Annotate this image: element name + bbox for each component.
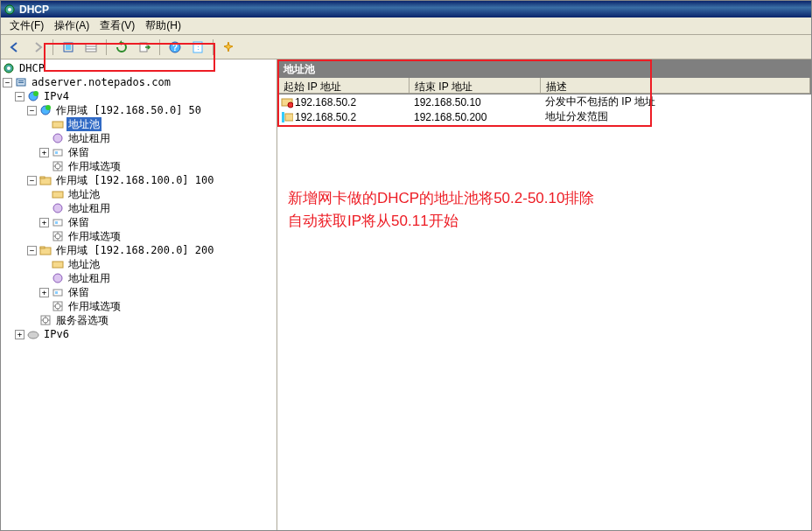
collapse-icon[interactable]: − <box>27 246 37 255</box>
menu-file[interactable]: 文件(F) <box>4 17 49 35</box>
collapse-icon[interactable]: − <box>15 92 24 101</box>
tree-lease-50[interactable]: 地址租用 <box>3 131 275 145</box>
tree-lease-100[interactable]: 地址租用 <box>3 201 275 215</box>
tree-server-options[interactable]: 服务器选项 <box>3 313 275 327</box>
server-icon <box>15 76 27 88</box>
options-icon <box>52 160 64 172</box>
folder-icon <box>39 174 52 186</box>
expand-icon[interactable]: + <box>39 218 49 227</box>
svg-rect-36 <box>40 247 45 248</box>
options-icon <box>52 300 64 312</box>
tree-scope-50[interactable]: − 作用域 [192.168.50.0] 50 <box>3 103 275 117</box>
reservation-icon <box>52 286 64 298</box>
svg-point-18 <box>33 91 38 96</box>
window-title: DHCP <box>19 3 49 16</box>
expand-icon[interactable]: + <box>39 288 49 297</box>
tree-reservation-100[interactable]: + 保留 <box>3 215 275 229</box>
lease-icon <box>52 272 64 284</box>
tree-highlight-box <box>44 59 215 72</box>
list-highlight-box <box>277 59 652 127</box>
svg-point-22 <box>53 134 62 143</box>
svg-rect-37 <box>52 262 63 268</box>
pool-icon <box>52 118 64 130</box>
svg-rect-28 <box>40 177 45 178</box>
folder-icon <box>39 244 52 256</box>
expand-icon[interactable]: + <box>39 148 49 157</box>
collapse-icon[interactable]: − <box>27 176 37 185</box>
lease-icon <box>52 132 64 144</box>
ipv4-icon <box>27 90 39 102</box>
menu-help[interactable]: 帮助(H) <box>140 17 186 35</box>
tree-ipv4[interactable]: − IPv4 <box>3 89 275 103</box>
back-button[interactable] <box>4 37 25 57</box>
menu-bar: 文件(F) 操作(A) 查看(V) 帮助(H) <box>1 17 811 35</box>
reservation-icon <box>52 146 64 158</box>
collapse-icon[interactable]: − <box>3 78 12 87</box>
tree-panel[interactable]: DHCP − adserver.notepados.com − IPv4 − 作… <box>1 59 277 530</box>
svg-point-30 <box>53 204 62 213</box>
svg-rect-40 <box>55 291 58 294</box>
tree-pool-50[interactable]: 地址池 <box>3 117 275 131</box>
tree-reservation-200[interactable]: + 保留 <box>3 285 275 299</box>
dhcp-icon <box>4 3 16 16</box>
lease-icon <box>52 202 64 214</box>
svg-rect-21 <box>52 122 63 128</box>
collapse-icon[interactable]: − <box>27 106 37 115</box>
expand-icon[interactable]: + <box>15 330 24 339</box>
pool-icon <box>52 258 64 270</box>
title-bar: DHCP <box>1 1 811 17</box>
tree-scope-options-100[interactable]: 作用域选项 <box>3 229 275 243</box>
svg-rect-16 <box>18 82 24 83</box>
tree-scope-options-200[interactable]: 作用域选项 <box>3 299 275 313</box>
scope-icon <box>39 104 52 116</box>
reservation-icon <box>52 216 64 228</box>
tree-pool-200[interactable]: 地址池 <box>3 257 275 271</box>
content-area: DHCP − adserver.notepados.com − IPv4 − 作… <box>1 59 811 530</box>
svg-rect-29 <box>52 192 63 198</box>
svg-point-45 <box>28 332 38 339</box>
tree-scope-100[interactable]: − 作用域 [192.168.100.0] 100 <box>3 173 275 187</box>
tree-lease-200[interactable]: 地址租用 <box>3 271 275 285</box>
tree-scope-200[interactable]: − 作用域 [192.168.200.0] 200 <box>3 243 275 257</box>
options-icon <box>52 230 64 242</box>
tree-reservation-50[interactable]: + 保留 <box>3 145 275 159</box>
svg-point-20 <box>46 105 51 110</box>
new-button[interactable] <box>218 37 239 57</box>
tree-server[interactable]: − adserver.notepados.com <box>3 75 275 89</box>
svg-point-1 <box>8 8 11 11</box>
menu-action[interactable]: 操作(A) <box>49 17 94 35</box>
svg-point-38 <box>53 274 62 283</box>
dhcp-tree-icon <box>3 62 15 74</box>
annotation-text: 新增网卡做的DHCP的地址池将50.2-50.10排除 自动获取IP将从50.1… <box>288 187 594 232</box>
tree-ipv6[interactable]: + IPv6 <box>3 327 275 341</box>
tree-pool-100[interactable]: 地址池 <box>3 187 275 201</box>
svg-rect-15 <box>18 80 24 81</box>
svg-rect-24 <box>55 151 58 154</box>
svg-point-13 <box>7 66 10 70</box>
list-panel: 地址池 起始 IP 地址 结束 IP 地址 描述 192.168.50.2 19… <box>277 59 811 530</box>
tree-scope-options-50[interactable]: 作用域选项 <box>3 159 275 173</box>
menu-view[interactable]: 查看(V) <box>94 17 140 35</box>
ipv6-icon <box>27 328 39 340</box>
svg-rect-32 <box>55 221 58 224</box>
options-icon <box>39 314 52 326</box>
pool-icon <box>52 188 64 200</box>
